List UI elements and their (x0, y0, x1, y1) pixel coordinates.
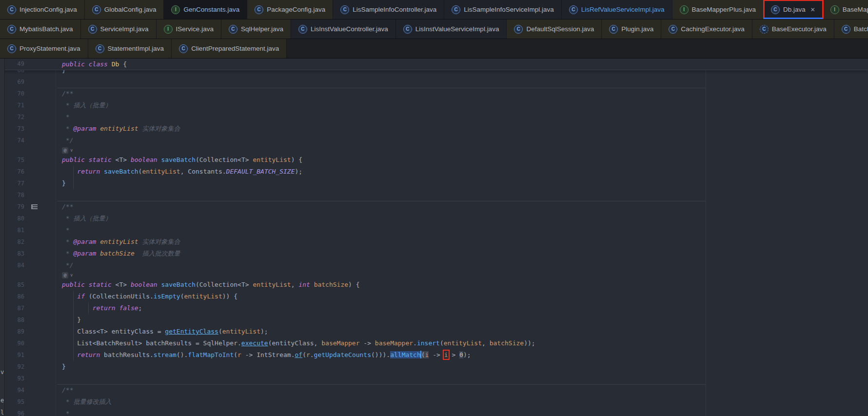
tab-Db.java[interactable]: CDb.java✕ (764, 0, 823, 19)
code-line-88[interactable]: 88 } (0, 314, 868, 326)
code-line-75[interactable]: 75public static <T> boolean saveBatch(Co… (0, 154, 868, 166)
gutter-icon-slot (28, 146, 59, 154)
class-icon: C (255, 5, 263, 14)
tab-BaseMapperPlus.java[interactable]: IBaseMapperPlus.java (672, 0, 764, 19)
sticky-line-49[interactable]: 49public class Db { (0, 59, 868, 70)
method-separator (57, 201, 706, 201)
code-text: * @param entityList 实体对象集合 (59, 123, 868, 135)
gutter-icon-slot (28, 259, 59, 271)
gutter-icon-slot (28, 213, 59, 224)
gutter-icon-slot (28, 236, 59, 248)
code-line-69[interactable]: 69 (0, 76, 868, 88)
code-text: public static <T> boolean saveBatch(Coll… (59, 279, 868, 291)
code-line-72[interactable]: 72 * (0, 111, 868, 123)
tab-LisInstValueServiceImpl.java[interactable]: CLisInstValueServiceImpl.java (396, 20, 507, 39)
code-line-70[interactable]: 70/** (0, 88, 868, 99)
indent-guide (88, 302, 89, 314)
code-line-78[interactable]: 78 (0, 189, 868, 201)
tab-BatchExecutor.java[interactable]: CBatchExecutor.java (834, 20, 868, 39)
gutter-icon-slot (28, 396, 59, 408)
close-icon[interactable]: ✕ (810, 6, 815, 13)
tab-label: ClientPreparedStatement.java (191, 45, 279, 52)
tab-label: LisInstValueServiceImpl.java (415, 25, 499, 33)
tab-BaseMapper.java[interactable]: IBaseMapper.java (823, 0, 868, 19)
tab-LisSampleInfoServiceImpl.java[interactable]: CLisSampleInfoServiceImpl.java (444, 0, 562, 19)
code-line-77[interactable]: 77} (0, 178, 868, 189)
bookmark-icon[interactable] (31, 204, 38, 209)
tab-ProxyStatement.java[interactable]: CProxyStatement.java (0, 39, 88, 58)
annotation-inlay-icon[interactable]: @ (62, 147, 68, 154)
tab-LisInstValueController.java[interactable]: CLisInstValueController.java (291, 20, 396, 39)
class-icon: C (229, 25, 237, 34)
tab-ServiceImpl.java[interactable]: CServiceImpl.java (81, 20, 157, 39)
code-line-84[interactable]: 84 */ (0, 259, 868, 271)
tab-SqlHelper.java[interactable]: CSqlHelper.java (221, 20, 291, 39)
code-line-85[interactable]: 85public static <T> boolean saveBatch(Co… (0, 279, 868, 291)
code-line-87[interactable]: 87 return false; (0, 302, 868, 314)
gutter-icon-slot (28, 178, 59, 189)
gutter-icon-slot (28, 291, 59, 302)
tab-ClientPreparedStatement.java[interactable]: CClientPreparedStatement.java (172, 39, 287, 58)
tab-StatementImpl.java[interactable]: CStatementImpl.java (88, 39, 172, 58)
annotation-inlay-icon[interactable]: @ (62, 272, 68, 278)
code-text: } (59, 361, 868, 373)
tab-CachingExecutor.java[interactable]: CCachingExecutor.java (661, 20, 752, 39)
code-text (59, 189, 868, 201)
tab-label: PackageConfig.java (267, 6, 325, 13)
code-line-95[interactable]: 95 * 批量修改插入 (0, 396, 868, 408)
gutter-icon-slot (28, 248, 59, 259)
code-line-93[interactable]: 93 (0, 373, 868, 384)
interface-icon: I (830, 5, 839, 14)
code-line-79[interactable]: 79/** (0, 201, 868, 213)
class-icon: C (760, 25, 769, 34)
tab-Plugin.java[interactable]: CPlugin.java (602, 20, 661, 39)
chevron-down-icon[interactable]: ∨ (70, 146, 73, 154)
tab-DefaultSqlSession.java[interactable]: CDefaultSqlSession.java (507, 20, 602, 39)
tab-GlobalConfig.java[interactable]: CGlobalConfig.java (85, 0, 164, 19)
code-text: */ (59, 259, 868, 271)
code-text: /** (59, 201, 868, 213)
tab-label: Plugin.java (621, 25, 653, 33)
code-line-80[interactable]: 80 * 插入（批量） (0, 213, 868, 224)
code-line-73[interactable]: 73 * @param entityList 实体对象集合 (0, 123, 868, 135)
code-line-71[interactable]: 71 * 插入（批量） (0, 99, 868, 111)
tab-row-2: CMybatisBatch.javaCServiceImpl.javaIISer… (0, 20, 868, 39)
tab-PackageConfig.java[interactable]: CPackageConfig.java (247, 0, 333, 19)
tab-BaseExecutor.java[interactable]: CBaseExecutor.java (752, 20, 834, 39)
tab-label: InjectionConfig.java (20, 6, 77, 13)
code-line-91[interactable]: 91 return batchResults.stream().flatMapT… (0, 349, 868, 361)
code-line-83[interactable]: 83 * @param batchSize 插入批次数量 (0, 248, 868, 259)
class-icon: C (298, 25, 307, 34)
code-line-94[interactable]: 94/** (0, 384, 868, 396)
code-text: } (59, 70, 868, 76)
tab-LisSampleInfoController.java[interactable]: CLisSampleInfoController.java (333, 0, 444, 19)
code-line-82[interactable]: 82 * @param entityList 实体对象集合 (0, 236, 868, 248)
code-text: return saveBatch(entityList, Constants.D… (59, 166, 868, 178)
code-line-90[interactable]: 90 List<BatchResult> batchResults = SqlH… (0, 337, 868, 349)
tab-InjectionConfig.java[interactable]: CInjectionConfig.java (0, 0, 85, 19)
chevron-down-icon[interactable]: ∨ (70, 271, 73, 279)
tab-GenConstants.java[interactable]: IGenConstants.java (164, 0, 247, 19)
code-text: Class<T> entityClass = getEntityClass(en… (59, 326, 868, 337)
gutter-icon-slot (28, 201, 59, 213)
code-line-89[interactable]: 89 Class<T> entityClass = getEntityClass… (0, 326, 868, 337)
class-icon: C (96, 44, 104, 53)
code-line-92[interactable]: 92} (0, 361, 868, 373)
gutter-icon-slot (28, 189, 59, 201)
code-line-86[interactable]: 86 if (CollectionUtils.isEmpty(entityLis… (0, 291, 868, 302)
partial-line-68[interactable]: 68} (0, 70, 868, 76)
editor-tab-bar: CInjectionConfig.javaCGlobalConfig.javaI… (0, 0, 868, 59)
code-editor[interactable]: 49public class Db { 68} 6970/**71 * 插入（批… (0, 59, 868, 416)
inlay-hint-row[interactable]: @∨ (0, 146, 868, 154)
tab-label: StatementImpl.java (108, 45, 164, 52)
code-line-81[interactable]: 81 * (0, 224, 868, 236)
code-line-74[interactable]: 74 */ (0, 135, 868, 146)
code-line-76[interactable]: 76 return saveBatch(entityList, Constant… (0, 166, 868, 178)
gutter-icon-slot (28, 135, 59, 146)
tab-MybatisBatch.java[interactable]: CMybatisBatch.java (0, 20, 81, 39)
tab-IService.java[interactable]: IIService.java (157, 20, 221, 39)
gutter-icon-slot (28, 224, 59, 236)
code-line-96[interactable]: 96 * (0, 408, 868, 416)
tab-LisRefValueServiceImpl.java[interactable]: CLisRefValueServiceImpl.java (562, 0, 672, 19)
inlay-hint-row[interactable]: @∨ (0, 271, 868, 279)
